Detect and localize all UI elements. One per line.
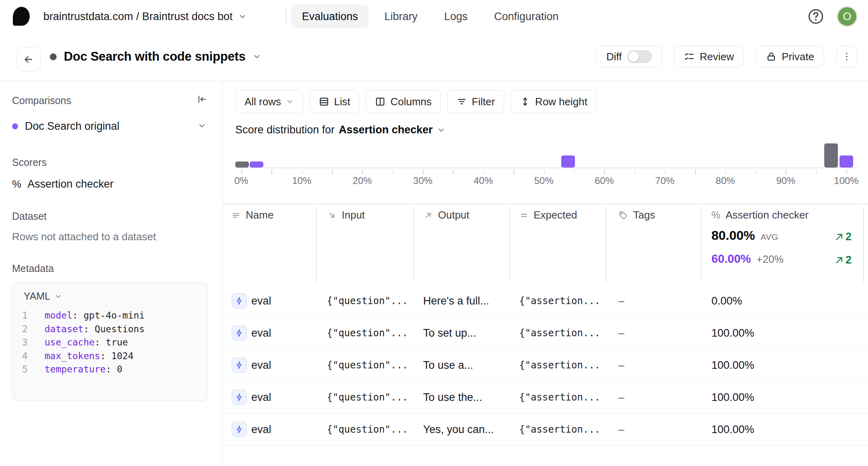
tab-evaluations[interactable]: Evaluations — [291, 4, 369, 29]
braintrust-eval-page: { "header": { "breadcrumb": "braintrustd… — [0, 0, 868, 466]
collapse-sidebar-button[interactable] — [197, 94, 207, 104]
lightning-icon — [235, 393, 244, 402]
breadcrumb[interactable]: braintrustdata.com / Braintrust docs bot — [43, 0, 247, 33]
tag-icon — [618, 211, 628, 220]
braintrust-logo-icon[interactable] — [13, 7, 30, 26]
yaml-line: 1model: gpt-4o-mini — [22, 309, 145, 323]
metadata-yaml-panel: YAML 1model: gpt-4o-mini 2dataset: Quest… — [12, 282, 208, 401]
rows-filter-dropdown[interactable]: All rows — [235, 90, 303, 113]
scorers-heading: Scorers — [12, 157, 47, 168]
comparison-expand-button[interactable] — [198, 121, 206, 130]
comparison-improvements-badge[interactable]: 2 — [834, 254, 852, 266]
equals-icon — [520, 211, 528, 220]
axis-tick — [816, 169, 817, 174]
yaml-code[interactable]: 1model: gpt-4o-mini 2dataset: Questions … — [22, 309, 145, 376]
scorer-item[interactable]: % Assertion checker — [12, 178, 114, 190]
table-row[interactable]: eval {"question"... To set up... {"asser… — [222, 317, 868, 349]
axis-tick-label: 100% — [834, 175, 858, 186]
yaml-language-dropdown[interactable]: YAML — [24, 290, 62, 302]
chevron-down-icon — [437, 126, 446, 135]
collapse-left-icon — [197, 94, 207, 104]
list-view-button[interactable]: List — [310, 90, 359, 113]
avatar[interactable]: O — [837, 6, 858, 27]
table-row[interactable]: eval {"question"... To use the... {"asse… — [222, 381, 868, 413]
nav-divider — [286, 8, 287, 26]
axis-tick-label: 50% — [534, 175, 553, 186]
yaml-line: 4max_tokens: 1024 — [22, 350, 145, 363]
table-toolbar: All rows List Columns Filter Row height — [235, 90, 597, 113]
titlebar-actions: Diff Review Private — [596, 46, 857, 67]
lightning-icon — [235, 296, 244, 305]
column-header-tags[interactable]: Tags — [618, 209, 655, 221]
axis-tick — [544, 169, 545, 174]
chevron-down-icon — [54, 292, 62, 300]
arrow-up-right-icon — [424, 211, 433, 220]
column-header-name[interactable]: Name — [232, 209, 273, 221]
comparison-color-dot — [12, 123, 18, 129]
more-options-button[interactable] — [836, 46, 857, 67]
axis-tick — [302, 169, 303, 174]
yaml-line: 5temperature: 0 — [22, 363, 145, 376]
axis-tick-label: 10% — [292, 175, 312, 186]
axis-tick — [332, 169, 333, 174]
axis-tick — [635, 169, 636, 174]
axis-tick-label: 70% — [655, 175, 674, 186]
eval-badge — [232, 422, 247, 437]
table-row[interactable]: eval {"question"... Here's a full... {"a… — [222, 285, 868, 317]
tab-logs[interactable]: Logs — [434, 4, 478, 29]
yaml-line: 2dataset: Questions — [22, 323, 145, 336]
axis-tick — [423, 169, 424, 174]
avg-improvements-badge[interactable]: 2 — [834, 231, 852, 243]
breadcrumb-label: braintrustdata.com / Braintrust docs bot — [43, 10, 232, 23]
tab-configuration[interactable]: Configuration — [484, 4, 569, 29]
axis-tick — [695, 169, 696, 174]
axis-tick — [725, 169, 726, 174]
axis-tick — [665, 169, 666, 174]
table-row[interactable]: eval {"question"... To use a... {"assert… — [222, 349, 868, 381]
primary-nav: Evaluations Library Logs Configuration — [291, 4, 569, 29]
eval-badge — [232, 293, 247, 309]
axis-tick-label: 0% — [234, 175, 249, 186]
columns-icon — [375, 96, 385, 107]
axis-tick-label: 40% — [474, 175, 493, 186]
axis-tick — [271, 169, 272, 174]
eval-badge — [232, 325, 247, 341]
trend-up-icon — [834, 255, 844, 265]
columns-button[interactable]: Columns — [366, 90, 441, 113]
axis-tick — [453, 169, 454, 174]
histogram-bar — [824, 143, 838, 168]
comparisons-heading: Comparisons — [12, 95, 71, 106]
axis-tick — [604, 169, 605, 174]
score-summary-avg: 80.00% AVG — [711, 228, 778, 243]
column-header-input[interactable]: Input — [328, 209, 365, 221]
filter-button[interactable]: Filter — [447, 90, 504, 113]
column-header-output[interactable]: Output — [424, 209, 469, 221]
table-row[interactable]: eval {"question"... Yes, you can... {"as… — [222, 413, 868, 446]
experiment-title-group[interactable]: Doc Search with code snippets — [50, 33, 261, 80]
diff-toggle-switch[interactable] — [627, 50, 652, 63]
arrows-vertical-icon — [520, 96, 530, 107]
dataset-heading: Dataset — [12, 211, 47, 222]
chevron-down-icon — [253, 52, 261, 61]
review-button[interactable]: Review — [674, 46, 744, 67]
score-distribution-dropdown[interactable]: Score distribution for Assertion checker — [235, 124, 446, 136]
score-distribution-chart: 0%10%20%30%40%50%60%70%80%90%100% — [235, 140, 859, 188]
metadata-heading: Metadata — [12, 263, 54, 274]
back-button[interactable] — [16, 47, 41, 72]
axis-tick-label: 30% — [413, 175, 432, 186]
column-header-expected[interactable]: Expected — [520, 209, 577, 221]
help-icon[interactable] — [808, 8, 824, 25]
tab-library[interactable]: Library — [374, 4, 428, 29]
private-button[interactable]: Private — [756, 46, 824, 67]
row-height-button[interactable]: Row height — [511, 90, 597, 113]
kebab-icon — [841, 51, 852, 62]
diff-toggle-button[interactable]: Diff — [596, 46, 662, 67]
column-header-assertion-checker[interactable]: % Assertion checker — [711, 209, 809, 221]
title-bar: Doc Search with code snippets Diff Revie… — [0, 33, 868, 80]
percent-icon: % — [12, 178, 21, 190]
comparison-item[interactable]: Doc Search original — [12, 119, 120, 133]
histogram-bar — [250, 161, 263, 168]
table-top-border — [222, 204, 868, 204]
axis-tick-label: 20% — [352, 175, 372, 186]
score-summary-comparison: 60.00% +20% — [711, 252, 784, 266]
